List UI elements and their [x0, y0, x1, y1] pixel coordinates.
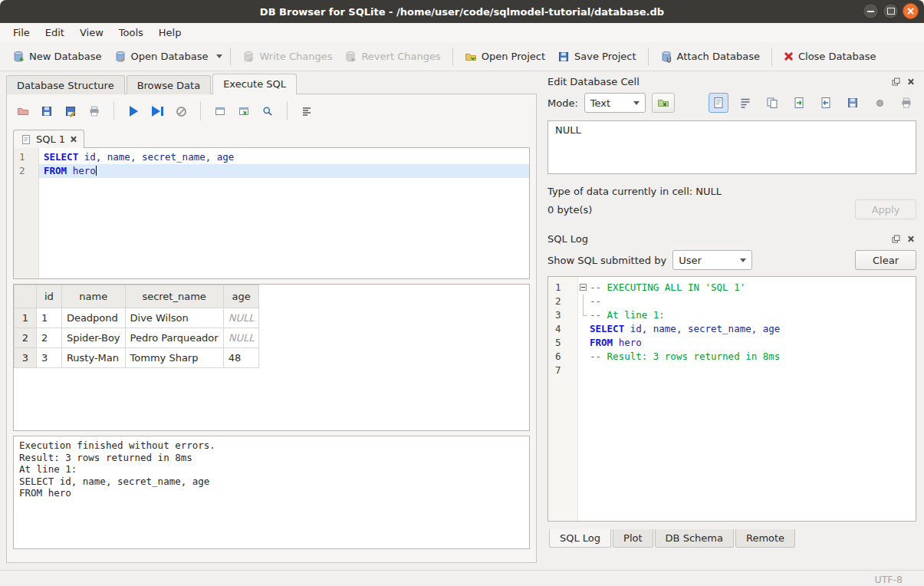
float-panel-button[interactable]	[890, 76, 902, 87]
dock-tab-plot[interactable]: Plot	[613, 529, 653, 548]
maximize-button[interactable]	[883, 3, 899, 19]
log-filter-select[interactable]: User	[672, 250, 752, 270]
row-number[interactable]: 1	[15, 308, 37, 328]
encoding-indicator[interactable]: UTF-8	[875, 574, 903, 585]
stop-execution-button[interactable]	[171, 101, 191, 121]
open-project-button[interactable]: Open Project	[459, 47, 551, 67]
cell-name[interactable]: Spider-Boy	[61, 328, 125, 348]
print-cell-button[interactable]	[896, 93, 916, 113]
sql-identifiers: id, name, secret_name, age	[78, 151, 234, 163]
cell-secret-name[interactable]: Dive Wilson	[125, 308, 223, 328]
row-number[interactable]: 2	[15, 328, 37, 348]
execute-current-line-button[interactable]	[147, 101, 167, 121]
copy-cell-button[interactable]	[762, 93, 782, 113]
open-sql-file-button[interactable]	[13, 101, 33, 121]
open-database-button[interactable]: Open Database	[108, 47, 215, 67]
save-cell-as-button[interactable]	[843, 93, 863, 113]
write-changes-button[interactable]: Write Changes	[236, 47, 338, 67]
sql-editor[interactable]: 1 2 SELECT id, name, secret_name, age FR…	[13, 147, 530, 279]
float-panel-button[interactable]	[890, 233, 902, 245]
column-header-age[interactable]: age	[223, 285, 259, 308]
close-database-button[interactable]: Close Database	[778, 47, 883, 66]
column-header-id[interactable]: id	[37, 285, 62, 308]
clear-log-button[interactable]: Clear	[855, 250, 916, 270]
corner-header[interactable]	[15, 285, 37, 308]
new-tab-button[interactable]	[210, 101, 230, 121]
cell-size-info: 0 byte(s)	[547, 204, 592, 216]
menu-file[interactable]: File	[6, 25, 37, 41]
import-data-button[interactable]	[652, 93, 675, 113]
cell-age[interactable]: NULL	[223, 328, 259, 348]
menu-view[interactable]: View	[73, 25, 110, 41]
menu-tools[interactable]: Tools	[112, 25, 150, 41]
main-tab-bar: Database Structure Browse Data Execute S…	[0, 71, 541, 94]
import-cell-button[interactable]	[789, 93, 809, 113]
text-mode-button[interactable]	[709, 93, 728, 113]
copy-icon	[766, 97, 778, 109]
sql-log-header: SQL Log	[547, 230, 916, 247]
export-cell-button[interactable]	[816, 93, 836, 113]
set-null-button[interactable]	[870, 93, 889, 113]
revert-changes-button[interactable]: Revert Changes	[338, 47, 446, 67]
cell-age[interactable]: NULL	[223, 308, 259, 328]
dock-tab-sql-log[interactable]: SQL Log	[549, 529, 611, 548]
apply-button[interactable]: Apply	[855, 199, 916, 219]
collapse-icon[interactable]	[578, 281, 590, 295]
menu-edit[interactable]: Edit	[38, 25, 71, 41]
main-area: Database Structure Browse Data Execute S…	[0, 71, 924, 570]
execute-all-button[interactable]	[123, 101, 143, 121]
open-database-dropdown[interactable]	[214, 51, 225, 61]
cell-content: NULL	[555, 124, 581, 136]
cell-age[interactable]: 48	[223, 348, 259, 368]
close-panel-button[interactable]	[905, 233, 916, 245]
close-tab-icon[interactable]	[70, 136, 77, 143]
tab-browse-data[interactable]: Browse Data	[127, 75, 212, 94]
sql-tab-label: SQL 1	[36, 133, 65, 145]
save-sql-file-button[interactable]	[37, 101, 57, 121]
log-line: -- EXECUTING ALL IN 'SQL 1'	[578, 281, 916, 295]
import-icon	[793, 97, 805, 109]
row-number[interactable]: 3	[15, 348, 37, 368]
cell-type-info: Type of data currently in cell: NULL	[547, 186, 916, 197]
cell-name[interactable]: Rusty-Man	[61, 348, 125, 368]
cell-content-editor[interactable]: NULL	[547, 120, 916, 174]
tab-execute-sql[interactable]: Execute SQL	[212, 74, 297, 94]
line-number: 4	[548, 322, 577, 336]
tab-database-structure[interactable]: Database Structure	[6, 75, 125, 94]
minimize-button[interactable]	[863, 3, 879, 19]
log-line	[578, 364, 916, 377]
open-tab-from-file-button[interactable]	[234, 101, 254, 121]
dock-tab-remote[interactable]: Remote	[735, 529, 795, 548]
mode-select[interactable]: Text	[584, 93, 646, 113]
close-panel-button[interactable]	[905, 76, 916, 87]
cell-id[interactable]: 1	[37, 308, 62, 328]
maximize-icon	[887, 8, 895, 15]
close-button[interactable]: ×	[903, 3, 919, 19]
menu-help[interactable]: Help	[152, 25, 189, 41]
cell-secret-name[interactable]: Pedro Parqueador	[125, 328, 223, 348]
word-wrap-button[interactable]	[735, 93, 755, 113]
find-in-sql-button[interactable]	[258, 101, 278, 121]
column-header-name[interactable]: name	[61, 285, 125, 308]
cell-id[interactable]: 2	[37, 328, 62, 348]
format-sql-button[interactable]	[297, 101, 317, 121]
save-sql-file-as-button[interactable]	[61, 101, 81, 121]
cell-secret-name[interactable]: Tommy Sharp	[125, 348, 223, 368]
column-header-secret-name[interactable]: secret_name	[125, 285, 223, 308]
toolbar-separator	[287, 102, 288, 120]
sql-identifiers: hero	[613, 336, 642, 350]
cell-id[interactable]: 3	[37, 348, 62, 368]
cell-name[interactable]: Deadpond	[61, 308, 125, 328]
new-database-button[interactable]: New Database	[6, 47, 108, 67]
dock-tab-db-schema[interactable]: DB Schema	[655, 529, 734, 548]
stop-icon	[176, 107, 186, 117]
print-sql-button[interactable]	[84, 101, 104, 121]
log-line: -- At line 1:	[578, 308, 916, 322]
titlebar[interactable]: DB Browser for SQLite - /home/user/code/…	[0, 0, 924, 23]
close-icon: ×	[906, 5, 916, 16]
attach-database-button[interactable]: Attach Database	[654, 47, 766, 67]
editor-text-area[interactable]: SELECT id, name, secret_name, age FROM h…	[39, 148, 529, 278]
sql-file-tab[interactable]: SQL 1	[13, 130, 84, 148]
save-project-button[interactable]: Save Project	[551, 47, 643, 67]
close-database-label: Close Database	[798, 51, 876, 62]
